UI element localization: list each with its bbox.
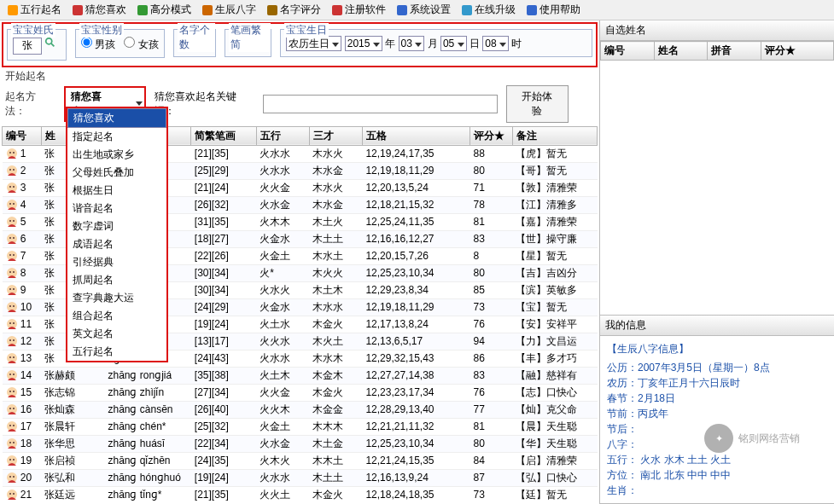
column-header[interactable]: 简繁笔画 [191, 126, 257, 145]
surname-legend: 宝宝姓氏 [11, 23, 55, 38]
toolbar-item-2[interactable]: 高分模式 [133, 2, 195, 18]
toolbar-icon [137, 4, 149, 16]
svg-point-45 [9, 339, 11, 341]
toolbar-label: 猜您喜欢 [85, 3, 126, 17]
table-cell: 12,19,18,11,29 [362, 162, 469, 179]
column-header[interactable]: 评分★ [761, 42, 833, 61]
calendar-select[interactable]: 农历生日 [286, 36, 341, 51]
table-row[interactable]: 21张廷远zhānɡ tǐnɡ*[21][35]火火土木金火12,18,24,1… [3, 486, 598, 502]
strokes-legend: 笔画繁简 [229, 23, 271, 52]
table-cell: 木金木 [309, 367, 362, 384]
dropdown-item[interactable]: 五行起名 [67, 343, 166, 361]
dropdown-item[interactable]: 父母姓氏叠加 [67, 164, 166, 182]
toolbar-item-4[interactable]: 名字评分 [263, 2, 324, 18]
dropdown-item[interactable]: 谐音起名 [67, 200, 166, 217]
toolbar-item-3[interactable]: 生辰八字 [198, 2, 260, 18]
gender-female[interactable]: 女孩 [124, 38, 158, 50]
table-cell: 木金火 [309, 486, 362, 502]
column-header[interactable]: 姓名 [654, 42, 708, 61]
svg-point-36 [9, 288, 11, 290]
face-icon [6, 301, 18, 313]
column-header[interactable]: 五格 [362, 126, 469, 145]
toolbar-item-8[interactable]: 使用帮助 [522, 2, 584, 18]
year-select[interactable]: 2015 [345, 36, 382, 51]
toolbar-label: 高分模式 [150, 3, 191, 17]
table-cell: 87 [470, 469, 513, 486]
toolbar-item-6[interactable]: 系统设置 [393, 2, 454, 18]
left-pane: 宝宝姓氏 宝宝性别 男孩 女孩 名字个数 2字 笔画繁简 不限 宝宝生日 [0, 20, 599, 504]
dropdown-item[interactable]: 引经据典 [67, 253, 166, 271]
bazi-title: 【生辰八字信息】 [607, 341, 827, 356]
dropdown-item[interactable]: 指定起名 [67, 128, 166, 146]
chevron-down-icon [136, 101, 143, 106]
dropdown-item[interactable]: 根据生日 [67, 182, 166, 200]
svg-point-9 [46, 38, 52, 44]
dropdown-item[interactable]: 出生地或家乡 [67, 146, 166, 164]
dropdown-item[interactable]: 数字虚词 [67, 217, 166, 235]
dropdown-item[interactable]: 猜您喜欢 [67, 108, 166, 128]
female-radio[interactable] [124, 37, 135, 48]
dropdown-item[interactable]: 抓周起名 [67, 271, 166, 289]
toolbar-item-5[interactable]: 注册软件 [328, 2, 389, 18]
column-header[interactable]: 五行 [256, 126, 309, 145]
toolbar-item-0[interactable]: 五行起名 [3, 2, 65, 18]
svg-point-31 [13, 254, 15, 256]
toolbar-item-1[interactable]: 猜您喜欢 [68, 2, 130, 18]
column-header[interactable]: 评分★ [470, 126, 513, 145]
table-row[interactable]: 18张华思zhānɡ huásī[22][34]火水金木土金12,25,23,1… [3, 435, 598, 452]
svg-point-24 [9, 220, 11, 222]
table-cell: 火金土 [256, 418, 309, 435]
table-cell: zhānɡ cànsēn [104, 401, 190, 418]
svg-point-52 [13, 374, 15, 375]
toolbar-item-7[interactable]: 在线升级 [458, 2, 519, 18]
svg-point-22 [13, 203, 15, 205]
search-icon[interactable] [44, 37, 56, 49]
dropdown-item[interactable]: 英文起名 [67, 325, 166, 343]
keyword-input[interactable] [263, 95, 497, 113]
surname-input[interactable] [13, 38, 42, 55]
table-row[interactable]: 17张晨轩zhānɡ chén*[25][32]火金土木木木12,21,21,1… [3, 418, 598, 435]
column-header[interactable]: 三才 [309, 126, 362, 145]
table-cell: 8 [470, 247, 513, 264]
bazi-info: 【生辰八字信息】 公历：2007年3月5日（星期一）8点农历：丁亥年正月十六日辰… [600, 336, 834, 503]
svg-rect-7 [462, 5, 472, 15]
svg-point-34 [13, 271, 15, 273]
day-select[interactable]: 05 [440, 36, 467, 51]
hour-select[interactable]: 08 [482, 36, 509, 51]
face-icon [6, 250, 18, 262]
table-cell: [25][32] [191, 418, 257, 435]
table-cell: [22][34] [191, 435, 257, 452]
table-row[interactable]: 19张启祯zhānɡ qǐzhēn[24][35]火木火木木土12,21,24,… [3, 452, 598, 469]
dropdown-item[interactable]: 查字典趣大运 [67, 289, 166, 307]
table-cell: 6 [3, 230, 42, 247]
toolbar-icon [396, 4, 408, 16]
column-header[interactable]: 拼音 [708, 42, 761, 61]
start-button[interactable]: 开始体验 [506, 85, 569, 123]
table-cell: 14 [3, 367, 42, 384]
selected-names-title: 自选姓名 [600, 20, 834, 41]
count-group: 名字个数 2字 [173, 29, 216, 57]
table-cell: [22][26] [191, 247, 257, 264]
table-cell: 12,19,18,11,29 [362, 298, 469, 316]
table-cell: [21][35] [191, 486, 257, 502]
column-header[interactable]: 编号 [3, 126, 42, 145]
column-header[interactable]: 备注 [512, 126, 597, 145]
table-cell: 木金金 [309, 401, 362, 418]
method-select[interactable]: 猜您喜欢 猜您喜欢指定起名出生地或家乡父母姓氏叠加根据生日谐音起名数字虚词成语起… [64, 86, 146, 122]
table-cell: 12,29,32,15,43 [362, 350, 469, 367]
table-row[interactable]: 15张志锦zhānɡ zhìjǐn[27][34]火火金木金火12,23,23,… [3, 384, 598, 401]
table-cell: zhānɡ tǐnɡ* [104, 486, 190, 502]
svg-rect-2 [137, 5, 148, 15]
toolbar-icon [331, 4, 343, 16]
month-select[interactable]: 03 [399, 36, 425, 51]
table-row[interactable]: 16张灿森zhānɡ cànsēn[26][40]火火木木金金12,28,29,… [3, 401, 598, 418]
gender-male[interactable]: 男孩 [81, 38, 115, 50]
column-header[interactable]: 编号 [601, 42, 655, 61]
table-row[interactable]: 20张弘和zhānɡ hónɡhuó[19][24]火水水木土土12,16,13… [3, 469, 598, 486]
table-row[interactable]: 14张赫颇zhānɡ ronɡjiá[35][38]火土木木金木12,27,27… [3, 367, 598, 384]
table-cell: 木火火 [309, 264, 362, 281]
table-cell: 【晨】天生聪 [512, 418, 597, 435]
dropdown-item[interactable]: 成语起名 [67, 235, 166, 253]
male-radio[interactable] [81, 37, 92, 48]
dropdown-item[interactable]: 组合起名 [67, 307, 166, 325]
